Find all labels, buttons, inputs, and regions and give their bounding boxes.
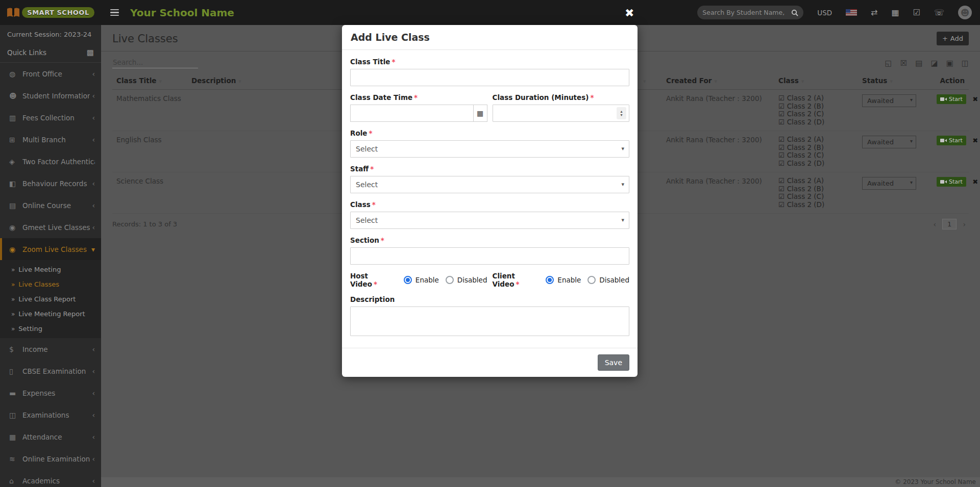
col-created-for[interactable]: Created For▾ bbox=[662, 72, 774, 90]
submenu-arrow-icon: » bbox=[11, 281, 15, 288]
checkbox-checked-icon[interactable]: ☑ bbox=[778, 151, 785, 160]
user-avatar[interactable]: ☻ bbox=[958, 6, 972, 19]
sidebar-subitem-live-meeting-report[interactable]: » Live Meeting Report bbox=[0, 306, 101, 321]
video-camera-icon bbox=[940, 97, 947, 101]
sidebar-item-front-office[interactable]: ◍ Front Office ‹ bbox=[0, 63, 101, 85]
sidebar-item-expenses[interactable]: ▬ Expenses ‹ bbox=[0, 382, 101, 404]
calendar-icon[interactable]: ▦ bbox=[892, 9, 899, 17]
todo-icon[interactable]: ☑ bbox=[913, 9, 920, 17]
col-status[interactable]: Status▾ bbox=[858, 72, 933, 90]
client-video-disabled-radio[interactable]: Disabled bbox=[587, 276, 629, 284]
sidebar-item-behaviour-records[interactable]: ◧ Behaviour Records ‹ bbox=[0, 172, 101, 194]
sidebar-subitem-live-classes[interactable]: » Live Classes bbox=[0, 277, 101, 292]
page-number[interactable]: 1 bbox=[942, 219, 957, 229]
next-page-icon[interactable]: › bbox=[960, 219, 969, 229]
sidebar-item-gmeet-live-classes[interactable]: ◉ Gmeet Live Classes ‹ bbox=[0, 216, 101, 238]
number-spinner[interactable]: ▴▾ bbox=[617, 107, 626, 119]
role-select[interactable]: Select bbox=[350, 140, 629, 158]
sidebar-item-student-information[interactable]: ☻ Student Information ‹ bbox=[0, 85, 101, 107]
checkbox-checked-icon[interactable]: ☑ bbox=[778, 201, 785, 209]
description-textarea[interactable] bbox=[350, 306, 629, 336]
class-title-input[interactable] bbox=[350, 69, 629, 86]
submenu-arrow-icon: » bbox=[11, 325, 15, 332]
staff-select[interactable]: Select bbox=[350, 176, 629, 193]
class-date-time-input[interactable] bbox=[350, 105, 473, 122]
checkbox-checked-icon[interactable]: ☑ bbox=[778, 118, 785, 126]
calendar-icon[interactable]: ▦ bbox=[473, 105, 487, 122]
status-select[interactable]: Awaited bbox=[862, 94, 916, 107]
table-search-input[interactable] bbox=[112, 57, 198, 68]
sidebar-item-online-course[interactable]: ▤ Online Course ‹ bbox=[0, 194, 101, 216]
student-search[interactable] bbox=[697, 6, 803, 19]
sidebar-item-zoom-live-classes[interactable]: ◉ Zoom Live Classes ▾ bbox=[0, 238, 101, 260]
checkbox-checked-icon[interactable]: ☑ bbox=[778, 185, 785, 193]
checkbox-checked-icon[interactable]: ☑ bbox=[778, 136, 785, 144]
col-class-title[interactable]: Class Title▾ bbox=[112, 72, 187, 90]
sidebar-item-academics[interactable]: ⌂ Academics ‹ bbox=[0, 470, 101, 487]
checkbox-checked-icon[interactable]: ☑ bbox=[778, 144, 785, 152]
swap-icon[interactable]: ⇄ bbox=[871, 9, 877, 17]
radio-checked-icon[interactable] bbox=[404, 276, 412, 284]
prev-page-icon[interactable]: ‹ bbox=[930, 219, 940, 229]
section-input[interactable] bbox=[350, 247, 629, 265]
sidebar-item-cbse-examination[interactable]: ▯ CBSE Examination ‹ bbox=[0, 360, 101, 382]
start-button[interactable]: Start bbox=[937, 136, 966, 145]
checkbox-checked-icon[interactable]: ☑ bbox=[778, 102, 785, 111]
checkbox-checked-icon[interactable]: ☑ bbox=[778, 110, 785, 118]
checkbox-checked-icon[interactable]: ☑ bbox=[778, 94, 785, 102]
sidebar-item-fees-collection[interactable]: ▥ Fees Collection ‹ bbox=[0, 107, 101, 129]
sidebar-subitem-setting[interactable]: » Setting bbox=[0, 321, 101, 336]
host-video-enable-radio[interactable]: Enable bbox=[404, 276, 439, 284]
required-marker: * bbox=[374, 280, 377, 288]
whatsapp-icon[interactable]: ☏ bbox=[934, 9, 944, 17]
columns-icon[interactable]: ◫ bbox=[962, 60, 969, 67]
radio-unchecked-icon[interactable] bbox=[587, 276, 596, 284]
sidebar-subitem-live-class-report[interactable]: » Live Class Report bbox=[0, 292, 101, 306]
class-duration-input[interactable] bbox=[493, 105, 630, 122]
chevron-down-icon: ▾ bbox=[91, 245, 95, 253]
table-search[interactable] bbox=[112, 57, 198, 68]
quick-links[interactable]: Quick Links ▩ bbox=[0, 43, 101, 63]
radio-checked-icon[interactable] bbox=[546, 276, 554, 284]
sidebar-item-income[interactable]: $ Income ‹ bbox=[0, 338, 101, 360]
radio-unchecked-icon[interactable] bbox=[446, 276, 454, 284]
sidebar-item-two-factor-authentication[interactable]: ◈ Two Factor Authentication bbox=[0, 150, 101, 172]
add-button[interactable]: + Add bbox=[937, 32, 969, 45]
start-button[interactable]: Start bbox=[937, 177, 966, 187]
brand-logo[interactable]: SMART SCHOOL bbox=[0, 0, 101, 25]
menu-toggle-icon[interactable] bbox=[110, 9, 119, 16]
cell-created-for: Ankit Rana (Teacher : 3200) bbox=[662, 90, 774, 131]
sidebar-subitem-live-meeting[interactable]: » Live Meeting bbox=[0, 262, 101, 277]
delete-icon[interactable]: ✖ bbox=[972, 95, 978, 103]
excel-icon[interactable]: ☒ bbox=[900, 60, 907, 67]
sidebar-item-attendance[interactable]: ▦ Attendance ‹ bbox=[0, 426, 101, 448]
language-flag-icon[interactable] bbox=[846, 9, 857, 16]
csv-icon[interactable]: ▤ bbox=[915, 60, 922, 67]
class-select[interactable]: Select bbox=[350, 212, 629, 229]
checkbox-checked-icon[interactable]: ☑ bbox=[778, 177, 785, 185]
currency-selector[interactable]: USD bbox=[817, 9, 832, 17]
checkbox-checked-icon[interactable]: ☑ bbox=[778, 193, 785, 201]
sidebar-item-online-examinations[interactable]: ≋ Online Examinations ‹ bbox=[0, 448, 101, 470]
search-icon[interactable] bbox=[791, 9, 798, 16]
sidebar-item-examinations[interactable]: ◫ Examinations ‹ bbox=[0, 404, 101, 426]
print-icon[interactable]: ▣ bbox=[946, 60, 953, 67]
host-video-disabled-radio[interactable]: Disabled bbox=[446, 276, 487, 284]
save-button[interactable]: Save bbox=[598, 354, 629, 371]
book-icon: ◫ bbox=[9, 411, 22, 419]
delete-icon[interactable]: ✖ bbox=[972, 178, 978, 186]
copy-icon[interactable]: ◱ bbox=[885, 60, 892, 67]
sidebar-item-multi-branch[interactable]: ⊞ Multi Branch ‹ bbox=[0, 129, 101, 150]
close-icon[interactable]: ✖ bbox=[625, 8, 634, 19]
student-search-input[interactable] bbox=[702, 9, 791, 16]
delete-icon[interactable]: ✖ bbox=[972, 137, 978, 144]
client-video-enable-radio[interactable]: Enable bbox=[546, 276, 581, 284]
grid-icon[interactable]: ▩ bbox=[87, 48, 94, 57]
status-select[interactable]: Awaited bbox=[862, 177, 916, 190]
spinner-down-icon[interactable]: ▾ bbox=[620, 113, 622, 117]
start-button[interactable]: Start bbox=[937, 94, 966, 104]
status-select[interactable]: Awaited bbox=[862, 136, 916, 148]
col-class[interactable]: Class▾ bbox=[774, 72, 858, 90]
checkbox-checked-icon[interactable]: ☑ bbox=[778, 160, 785, 168]
pdf-icon[interactable]: ◪ bbox=[930, 60, 938, 67]
